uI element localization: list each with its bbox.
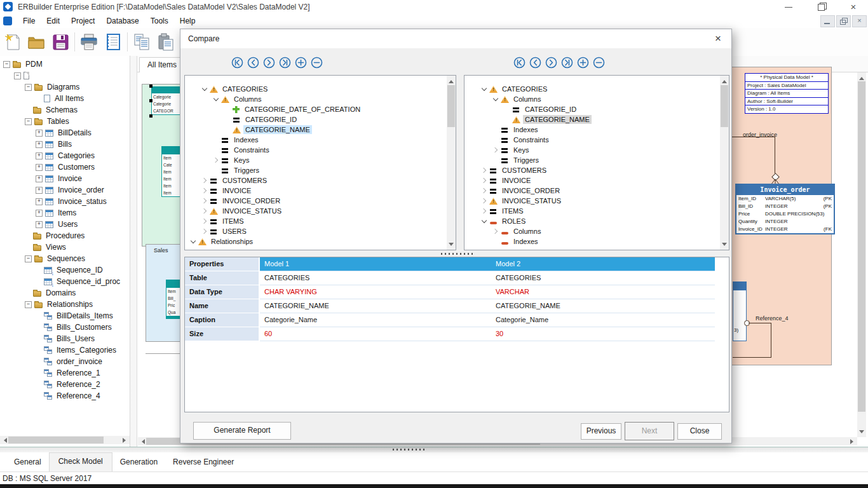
tree-item[interactable]: +Invoice (0, 173, 130, 184)
tree-item[interactable]: Reference_1 (0, 367, 130, 379)
generate-report-button[interactable]: Generate Report (193, 422, 291, 440)
scroll-down-icon[interactable] (857, 428, 866, 437)
expander-icon[interactable] (479, 186, 489, 196)
tree-item[interactable]: CUSTOMERS (465, 165, 719, 175)
tree-item[interactable]: INVOICE (465, 175, 719, 186)
tree-item[interactable]: Keys (465, 145, 719, 155)
scroll-up-icon[interactable] (720, 76, 729, 85)
restore-icon[interactable] (812, 1, 831, 13)
expander-icon[interactable]: + (36, 198, 43, 205)
expander-icon[interactable]: − (25, 84, 32, 91)
expander-icon[interactable]: − (25, 118, 32, 125)
nav-collapse-button[interactable] (593, 57, 605, 69)
selection-handle[interactable] (149, 99, 153, 102)
scroll-right-icon[interactable] (121, 436, 130, 444)
expander-icon[interactable]: − (14, 72, 21, 79)
tree-item[interactable]: +Items (0, 207, 130, 219)
scrollbar-thumb[interactable] (721, 85, 728, 127)
new-file-icon[interactable] (0, 30, 24, 53)
minimize-icon[interactable] (779, 1, 798, 13)
save-icon[interactable] (48, 30, 72, 53)
tree-item[interactable]: Triggers (465, 155, 719, 165)
report-icon[interactable] (101, 30, 125, 53)
nav-previous-button[interactable] (529, 57, 541, 69)
tree-item[interactable]: CATEGORIE_ID (465, 104, 719, 114)
nav-expand-button[interactable] (577, 57, 589, 69)
tree-item[interactable]: CATEGORIES (186, 84, 446, 94)
tree-item[interactable]: CATEGORIE_NAME (186, 125, 446, 135)
tree-item[interactable]: Schemas (0, 104, 130, 116)
tree-item[interactable]: Columns (465, 94, 719, 104)
tab-check-model[interactable]: Check Model (49, 452, 112, 471)
tree-item[interactable]: Sequence_ID (0, 264, 130, 276)
nav-next-button[interactable] (263, 57, 275, 69)
expander-icon[interactable] (479, 176, 489, 186)
close-icon[interactable]: × (844, 1, 863, 13)
canvas-v-scrollbar[interactable] (857, 72, 866, 437)
tree-item[interactable]: −PDM (0, 58, 130, 70)
tree-item[interactable]: CATEGORIE_ID (186, 114, 446, 125)
copy-icon[interactable] (130, 30, 154, 53)
nav-collapse-button[interactable] (311, 57, 323, 69)
print-icon[interactable] (77, 30, 101, 53)
expander-icon[interactable]: + (36, 210, 43, 217)
nav-first-button[interactable] (513, 57, 526, 69)
expander-icon[interactable] (200, 85, 209, 94)
previous-button[interactable]: Previous (581, 423, 621, 440)
scroll-left-icon[interactable] (0, 436, 8, 444)
expander-icon[interactable] (479, 85, 489, 94)
tree-item[interactable]: Indexes (465, 236, 719, 247)
tree-item[interactable]: INVOICE (186, 186, 446, 196)
expander-icon[interactable]: − (25, 255, 32, 262)
nav-first-button[interactable] (231, 57, 243, 69)
tree-item[interactable]: CATEGORIES (465, 84, 719, 94)
tree-item[interactable]: Columns (186, 94, 446, 104)
tab-all-items[interactable]: All Items (139, 57, 185, 72)
nav-expand-button[interactable] (295, 57, 307, 69)
tree-item[interactable]: +Invoice_order (0, 184, 130, 196)
expander-icon[interactable] (491, 227, 500, 236)
tree-item[interactable]: CATEGORIE_DATE_OF_CREATION (186, 104, 446, 114)
open-folder-icon[interactable] (24, 30, 48, 53)
splitter-grip[interactable] (441, 253, 473, 255)
tree-item[interactable]: INVOICE_STATUS (186, 206, 446, 216)
tree-item[interactable]: ITEMS (186, 216, 446, 226)
expander-icon[interactable] (200, 217, 209, 226)
expander-icon[interactable] (491, 95, 500, 104)
tree-item[interactable]: −Relationships (0, 299, 130, 310)
tree-item[interactable]: CATEGORIE_NAME (465, 114, 719, 125)
tree-item[interactable]: Bills_Users (0, 333, 130, 344)
mdi-minimize-icon[interactable] (820, 15, 835, 27)
expander-icon[interactable] (200, 176, 209, 186)
tree-item[interactable]: −Diagrams (0, 81, 130, 93)
tree-item[interactable]: Keys (186, 155, 446, 165)
tree-item[interactable]: INVOICE_STATUS (465, 196, 719, 206)
expander-icon[interactable] (211, 95, 220, 104)
tree-item[interactable]: USERS (186, 226, 446, 236)
expander-icon[interactable]: + (36, 130, 43, 137)
tree-v-scrollbar[interactable] (447, 76, 456, 250)
expander-icon[interactable] (200, 207, 209, 216)
tree-item[interactable]: Triggers (186, 165, 446, 175)
scrollbar-thumb[interactable] (858, 81, 865, 412)
mdi-restore-icon[interactable] (836, 15, 851, 27)
tree-item[interactable]: Constraints (186, 145, 446, 155)
tree-item[interactable]: INVOICE_ORDER (186, 196, 446, 206)
menu-tools[interactable]: Tools (145, 15, 174, 27)
tree-item[interactable]: CUSTOMERS (186, 175, 446, 186)
tree-item[interactable]: Reference_4 (0, 390, 130, 402)
tree-item[interactable]: Indexes (186, 135, 446, 145)
dialog-close-icon[interactable]: × (711, 32, 725, 45)
scroll-down-icon[interactable] (720, 241, 729, 250)
tree-item[interactable]: +Bills (0, 139, 130, 150)
scroll-left-icon[interactable] (138, 437, 146, 445)
tree-item[interactable]: order_invoice (0, 356, 130, 367)
expander-icon[interactable] (479, 217, 489, 226)
tree-item[interactable]: Views (0, 241, 130, 253)
menu-edit[interactable]: Edit (41, 15, 65, 27)
selection-handle[interactable] (149, 114, 153, 118)
tab-generation[interactable]: Generation (112, 454, 165, 470)
tree-item[interactable]: Relationships (186, 236, 446, 247)
scroll-down-icon[interactable] (447, 241, 456, 250)
tree-item[interactable]: Procedures (0, 230, 130, 241)
